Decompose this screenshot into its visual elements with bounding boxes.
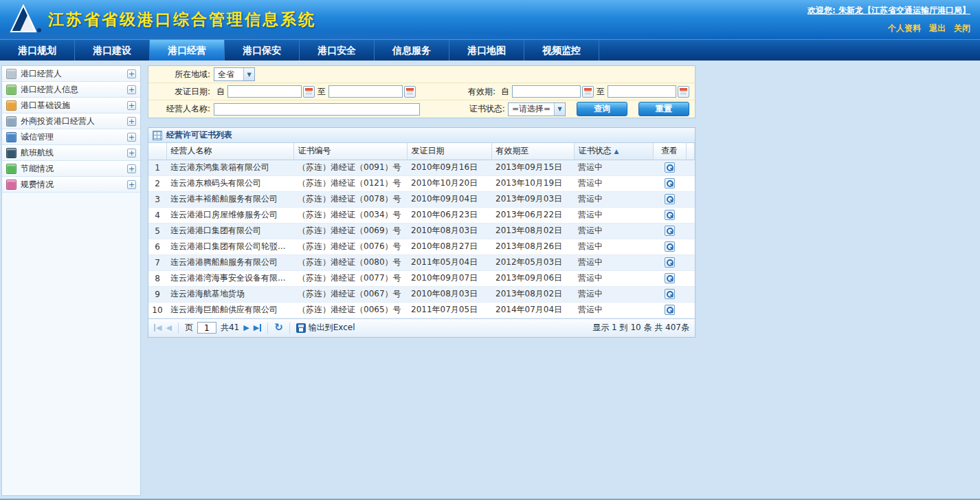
table-row[interactable]: 5 连云港港口集团有限公司 （苏连）港经证（0069）号 2010年08月03日… [148,223,695,239]
sidebar-item-label: 外商投资港口经营人 [21,116,127,127]
status-cell: 营运中 [574,175,653,191]
sidebar: 港口经营人 + 港口经营人信息 + 港口基础设施 + 外商投资港口经营人 + 诚… [1,65,141,496]
status-cell: 营运中 [574,191,653,207]
expand-icon[interactable]: + [127,133,136,142]
valid-to-input[interactable] [608,85,676,98]
view-icon[interactable] [665,194,675,204]
operator-name-cell: 连云港海航基地货场 [166,286,293,302]
license-table: 经营人名称 证书编号 发证日期 有效期至 证书状态▲ 查看 1 连云港东鸿集装箱… [148,143,695,318]
sidebar-item-shipping-routes[interactable]: 航班航线 + [2,145,140,161]
calendar-icon[interactable] [678,86,689,98]
next-page-button[interactable]: ▶ [243,324,249,331]
view-icon[interactable] [665,178,675,188]
refresh-icon[interactable]: ↻ [274,323,283,333]
chevron-down-icon[interactable]: ▼ [243,68,254,80]
profile-link[interactable]: 个人资料 [888,23,921,34]
issue-date-from-input[interactable] [227,85,302,98]
export-excel-button[interactable]: 输出到Excel [296,322,355,334]
credit-icon [6,132,16,142]
col-cert-status[interactable]: 证书状态▲ [574,143,653,160]
table-row[interactable]: 4 连云港港口房屋维修服务公司 （苏连）港经证（0034）号 2010年06月2… [148,207,695,223]
col-valid-to[interactable]: 有效期至 [491,143,574,160]
cert-no-cell: （苏连）港经证（0034）号 [293,207,407,223]
reset-button[interactable]: 重置 [638,102,689,116]
route-icon [6,148,16,158]
query-button[interactable]: 查询 [577,102,627,116]
tab-video-monitor[interactable]: 视频监控 [524,40,599,61]
sidebar-item-energy-saving[interactable]: 节能情况 + [2,161,140,177]
calendar-icon[interactable] [582,86,594,98]
sidebar-item-port-operator[interactable]: 港口经营人 + [2,66,140,82]
expand-icon[interactable]: + [127,149,136,157]
view-icon[interactable] [665,257,675,268]
calendar-icon[interactable] [404,86,416,98]
logout-link[interactable]: 退出 [929,23,946,34]
table-row[interactable]: 1 连云港东鸿集装箱有限公司 （苏连）港经证（0091）号 2010年09月16… [148,160,695,175]
expand-icon[interactable]: + [127,85,136,94]
cert-status-select[interactable]: =请选择= ▼ [508,102,566,116]
panel-title: 经营许可证书列表 [166,129,232,141]
table-row[interactable]: 2 连云港东粮码头有限公司 （苏连）港经证（0121）号 2010年10月20日… [148,175,695,191]
to-label: 至 [597,86,605,98]
header-links: 个人资料 退出 关闭 [808,23,970,34]
from-label: 自 [216,86,225,98]
tab-port-operation[interactable]: 港口经营 [150,40,225,61]
welcome-text: 欢迎您: 朱新龙【江苏省交通运输厅港口局】 [808,5,970,17]
expand-icon[interactable]: + [127,180,136,189]
sidebar-item-fees[interactable]: 规费情况 + [2,177,140,193]
view-icon[interactable] [665,241,675,252]
region-select[interactable]: 全省 ▼ [214,67,255,81]
view-icon[interactable] [665,226,675,236]
operator-name-cell: 连云港港口房屋维修服务公司 [166,207,293,223]
expand-icon[interactable]: + [127,101,136,110]
valid-from-input[interactable] [512,85,581,98]
expand-icon[interactable]: + [127,117,136,126]
prev-page-button[interactable]: ◀ [166,324,171,331]
col-operator-name[interactable]: 经营人名称 [166,143,293,160]
view-icon[interactable] [665,162,675,173]
sidebar-item-operator-info[interactable]: 港口经营人信息 + [2,82,140,98]
tab-port-map[interactable]: 港口地图 [449,40,524,61]
view-icon[interactable] [665,273,675,283]
view-icon[interactable] [665,289,675,299]
tab-info-service[interactable]: 信息服务 [375,40,449,61]
expand-icon[interactable]: + [127,164,136,173]
page-input[interactable] [197,322,216,334]
table-row[interactable]: 6 连云港港口集团有限公司轮驳... （苏连）港经证（0076）号 2010年0… [148,239,695,254]
calendar-icon[interactable] [303,86,315,98]
valid-to-cell: 2013年08月26日 [491,239,574,254]
sidebar-item-infrastructure[interactable]: 港口基础设施 + [2,98,140,113]
fee-icon [6,180,16,190]
table-row[interactable]: 10 连云港海巨船舶供应有限公司 （苏连）港经证（0065）号 2011年07月… [148,302,695,318]
issue-date-cell: 2010年09月16日 [407,160,491,175]
issue-date-cell: 2010年08月03日 [407,223,491,239]
col-issue-date[interactable]: 发证日期 [407,143,491,160]
row-number: 6 [148,239,166,254]
chevron-down-icon[interactable]: ▼ [554,103,565,116]
cert-no-cell: （苏连）港经证（0069）号 [293,223,407,239]
tab-port-security[interactable]: 港口保安 [225,40,300,61]
view-icon[interactable] [665,305,675,315]
issue-date-to-input[interactable] [328,85,403,98]
table-row[interactable]: 7 连云港港腾船舶服务有限公司 （苏连）港经证（0080）号 2011年05月0… [148,254,695,270]
table-header-row: 经营人名称 证书编号 发证日期 有效期至 证书状态▲ 查看 [148,143,695,160]
table-row[interactable]: 8 连云港港湾海事安全设备有限... （苏连）港经证（0077）号 2010年0… [148,270,695,286]
cert-no-cell: （苏连）港经证（0121）号 [293,175,407,191]
close-link[interactable]: 关闭 [954,23,970,34]
last-page-button[interactable]: ▶ [254,324,261,331]
view-icon[interactable] [665,210,675,220]
sidebar-item-credit-management[interactable]: 诚信管理 + [2,129,140,145]
table-row[interactable]: 9 连云港海航基地货场 （苏连）港经证（0067）号 2010年08月03日 2… [148,286,695,302]
operator-name-input[interactable] [214,103,420,116]
row-number: 9 [148,286,166,302]
tab-port-construction[interactable]: 港口建设 [75,40,150,61]
tab-port-planning[interactable]: 港口规划 [0,40,75,61]
sidebar-item-foreign-investment[interactable]: 外商投资港口经营人 + [2,113,140,129]
tab-port-safety[interactable]: 港口安全 [300,40,375,61]
row-number: 2 [148,175,166,191]
first-page-button[interactable]: ◀ [154,324,162,331]
expand-icon[interactable]: + [127,69,136,78]
table-row[interactable]: 3 连云港丰裕船舶服务有限公司 （苏连）港经证（0078）号 2010年09月0… [148,191,695,207]
col-cert-no[interactable]: 证书编号 [293,143,407,160]
toolbar-separator [178,323,179,334]
